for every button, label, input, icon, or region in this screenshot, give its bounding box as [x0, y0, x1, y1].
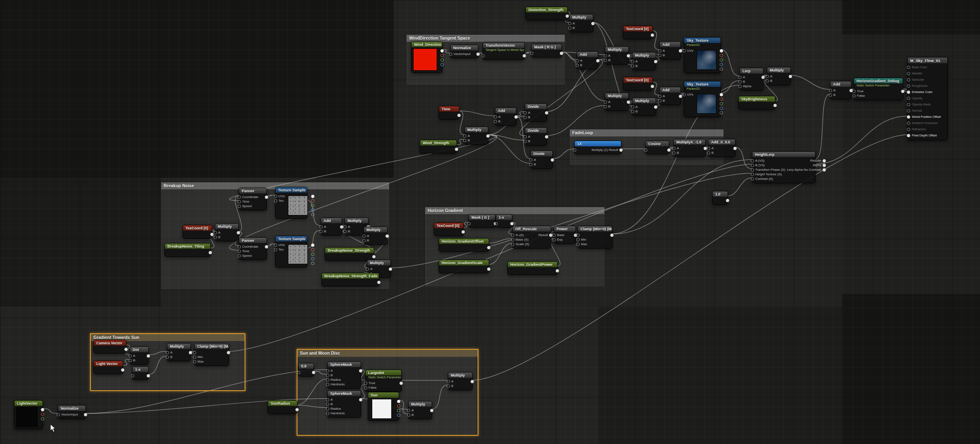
node-clamp-horizon[interactable]: Clamp (Min=0) (Max=1)MinMax	[578, 226, 612, 248]
node-mask-rg[interactable]: Mask ( R G )	[531, 44, 562, 57]
input-pin[interactable]	[604, 54, 607, 57]
material-pin-base-color[interactable]: Base Color	[908, 64, 947, 70]
input-pin[interactable]	[274, 243, 277, 247]
input-pin[interactable]	[494, 115, 497, 119]
output-pin[interactable]	[311, 243, 314, 247]
output-pin[interactable]	[726, 199, 729, 202]
output-pin[interactable]	[397, 413, 400, 417]
node-normalize-wind[interactable]: NormalizeVectorInput	[450, 45, 478, 58]
node-light-vector-sun[interactable]: Light Vector	[93, 360, 123, 374]
input-pin[interactable]	[907, 134, 910, 137]
material-pin-emissive-color[interactable]: Emissive Color	[908, 89, 947, 95]
node-lerp-sky[interactable]: LerpABAlpha	[740, 68, 764, 91]
input-pin[interactable]	[604, 105, 607, 108]
output-pin[interactable]	[311, 208, 314, 212]
node-sky-texture-2[interactable]: Sky_TextureParam2DUVs	[684, 81, 721, 117]
input-pin[interactable]	[907, 78, 910, 81]
output-pin[interactable]	[591, 22, 595, 25]
output-pin[interactable]	[461, 230, 465, 234]
output-pin[interactable]	[124, 348, 128, 351]
input-pin[interactable]	[523, 135, 527, 138]
output-pin[interactable]	[265, 196, 268, 199]
output-pin[interactable]	[400, 382, 403, 385]
node-skybrightness[interactable]: SkyBrightness	[738, 96, 775, 110]
output-pin[interactable]	[227, 351, 230, 354]
input-pin[interactable]	[907, 72, 910, 75]
output-pin[interactable]	[121, 368, 124, 372]
input-pin[interactable]	[658, 54, 661, 57]
input-pin[interactable]	[852, 94, 856, 98]
output-pin[interactable]	[440, 63, 444, 66]
node-texture-sample-1[interactable]: Texture SampleUVsTex	[275, 187, 307, 219]
input-pin[interactable]	[238, 245, 241, 248]
input-pin[interactable]	[573, 148, 576, 152]
input-pin[interactable]	[238, 250, 241, 253]
material-pin-world-position-offset[interactable]: World Position Offset	[908, 114, 947, 120]
input-pin[interactable]	[604, 100, 607, 104]
node-const-one[interactable]: 1.0	[712, 191, 728, 205]
output-pin[interactable]	[440, 49, 444, 53]
output-pin[interactable]	[295, 408, 299, 411]
output-pin[interactable]	[359, 369, 362, 372]
output-pin[interactable]	[514, 115, 518, 119]
input-pin[interactable]	[364, 386, 367, 389]
output-pin[interactable]	[789, 75, 792, 78]
input-pin[interactable]	[683, 93, 686, 96]
output-pin[interactable]	[679, 95, 682, 98]
input-pin[interactable]	[529, 163, 533, 166]
node-texture-sample-2-preview-thumbnail[interactable]	[288, 244, 308, 264]
node-sun-texture-preview-thumbnail[interactable]	[372, 399, 392, 419]
input-pin[interactable]	[166, 356, 169, 359]
node-transformvector[interactable]: TransformVectorTangent Space to World Sp…	[483, 42, 525, 60]
output-pin[interactable]	[720, 63, 723, 66]
input-pin[interactable]	[631, 110, 634, 113]
input-pin[interactable]	[319, 225, 323, 229]
output-pin[interactable]	[312, 371, 315, 374]
input-pin[interactable]	[529, 158, 533, 162]
output-pin[interactable]	[476, 53, 480, 56]
input-pin[interactable]	[238, 196, 241, 199]
input-pin[interactable]	[128, 354, 132, 358]
input-pin[interactable]	[631, 64, 634, 68]
output-pin[interactable]	[761, 76, 765, 79]
node-multiply-brightness[interactable]: MultiplyAB	[767, 67, 791, 85]
node-multiply-uv2a[interactable]: MultiplyAB	[605, 93, 629, 111]
output-pin[interactable]	[311, 204, 314, 207]
input-pin[interactable]	[366, 267, 369, 271]
input-pin[interactable]	[829, 93, 832, 97]
input-pin[interactable]	[631, 105, 634, 109]
node-sky-texture-2-preview-thumbnail[interactable]	[697, 94, 716, 114]
input-pin[interactable]	[511, 243, 514, 246]
node-spheremask-2[interactable]: SphereMaskABRadiusHardness	[327, 390, 361, 418]
input-pin[interactable]	[568, 22, 571, 25]
output-pin[interactable]	[372, 255, 376, 258]
output-pin[interactable]	[41, 413, 44, 416]
node-add-half[interactable]: Add_X_0.5AB	[708, 139, 735, 157]
output-pin[interactable]	[720, 67, 723, 71]
node-multiply-neg[interactable]: MultiplyX_-1.0AB	[673, 139, 706, 157]
input-pin[interactable]	[326, 407, 329, 411]
node-texcoord-horizon[interactable]: TexCoord [0]	[434, 222, 464, 236]
node-panner-1[interactable]: PannerCoordinateTimeSpeed	[239, 188, 267, 210]
input-pin[interactable]	[238, 200, 241, 203]
input-pin[interactable]	[326, 374, 329, 377]
input-pin[interactable]	[364, 382, 367, 385]
node-horizon-offset[interactable]: Horizon_GradientOffset	[439, 238, 489, 252]
node-power[interactable]: PowerBaseExp	[554, 226, 576, 244]
input-pin[interactable]	[751, 159, 754, 162]
material-pin-opacity[interactable]: Opacity	[908, 95, 947, 101]
input-pin[interactable]	[658, 49, 661, 53]
input-pin[interactable]	[829, 89, 832, 92]
node-mask-g[interactable]: Mask ( G )	[469, 214, 496, 228]
material-pin-normal[interactable]: Normal	[908, 107, 947, 114]
output-pin[interactable]	[265, 245, 268, 248]
input-pin[interactable]	[738, 85, 742, 88]
node-multiply-distortion[interactable]: MultiplyAB	[569, 14, 593, 32]
material-pin-metallic[interactable]: Metallic	[908, 70, 947, 76]
output-pin[interactable]	[720, 111, 723, 115]
node-wind-direction[interactable]: Wind_Direction	[411, 41, 442, 73]
node-const-09[interactable]: 0.9	[298, 363, 314, 377]
output-pin[interactable]	[311, 199, 314, 203]
input-pin[interactable]	[576, 238, 580, 241]
output-pin[interactable]	[359, 398, 362, 401]
